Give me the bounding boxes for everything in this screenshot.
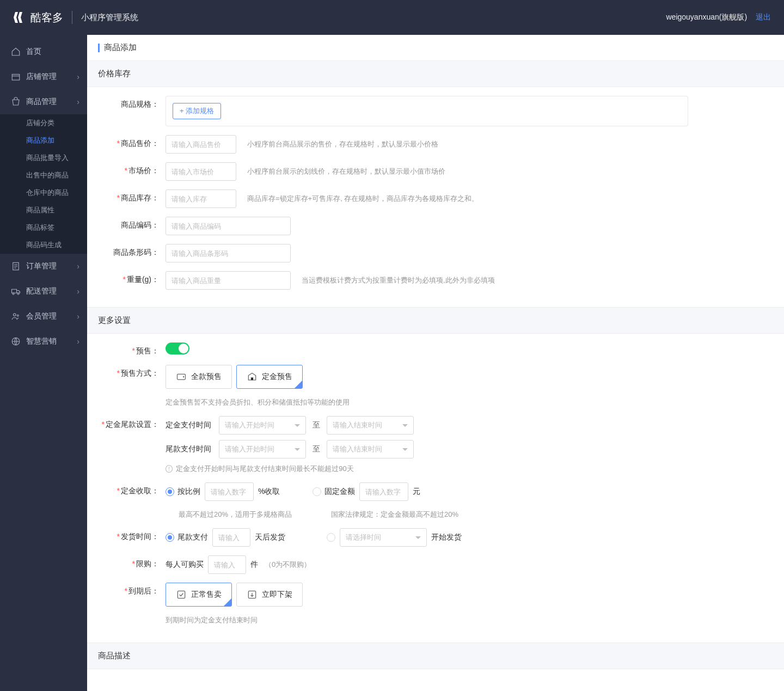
deposit-collect-label: *定金收取： [98,482,166,496]
stock-label: *商品库存： [98,189,166,203]
brand-name: 酷客多 [30,10,63,25]
expire-normal-card[interactable]: 正常售卖 [166,583,232,607]
radio-icon [166,533,174,542]
svg-point-2 [13,293,14,295]
check-square-icon [176,589,187,600]
svg-rect-0 [12,75,20,81]
code-input[interactable] [166,217,291,235]
sidebar-sub-add-goods[interactable]: 商品添加 [0,132,87,149]
market-price-input[interactable] [166,162,236,181]
sidebar-sub-goods: 店铺分类 商品添加 商品批量导入 出售中的商品 仓库中的商品 商品属性 商品标签… [0,114,87,254]
to-separator: 至 [313,444,320,454]
to-separator: 至 [313,420,320,430]
sidebar-item-label: 商品管理 [26,97,57,107]
option-label: 正常售卖 [191,590,222,600]
sidebar-sub-tags[interactable]: 商品标签 [0,219,87,236]
tail-pay-time-label: 尾款支付时间 [166,444,215,454]
logout-link[interactable]: 退出 [756,13,771,21]
barcode-input[interactable] [166,244,291,262]
sidebar-item-delivery[interactable]: 配送管理 › [0,279,87,304]
fixed-input[interactable] [359,482,408,501]
market-price-hint: 小程序前台展示的划线价，存在规格时，默认显示最小值市场价 [247,167,445,176]
limit-buy-label: *限购： [98,555,166,569]
sidebar-item-label: 智慧营销 [26,337,57,346]
chevron-right-icon: › [77,287,79,296]
sidebar-item-shop[interactable]: 店铺管理 › [0,64,87,89]
sidebar-sub-batch-import[interactable]: 商品批量导入 [0,149,87,167]
wallet-icon [176,371,187,382]
sidebar-sub-warehouse[interactable]: 仓库中的商品 [0,184,87,201]
svg-point-3 [17,293,19,295]
sale-price-input[interactable] [166,135,236,154]
radio-icon [166,487,174,496]
tail-setting-label: *定金尾款设置： [98,416,166,430]
stock-input[interactable] [166,189,236,208]
section-desc-body [87,669,784,691]
expire-hint: 到期时间为定金支付结束时间 [166,615,773,625]
svg-point-4 [14,314,16,316]
deposit-end-time-select[interactable]: 请输入结束时间 [327,416,414,435]
sidebar-item-marketing[interactable]: 智慧营销 › [0,329,87,354]
chevron-right-icon: › [77,337,79,346]
sidebar-item-home[interactable]: 首页 [0,39,87,64]
deposit-start-time-select[interactable]: 请输入开始时间 [219,416,306,435]
section-desc-header: 商品描述 [87,643,784,669]
svg-point-7 [183,376,185,378]
sidebar-sub-attrs[interactable]: 商品属性 [0,201,87,219]
sidebar-sub-category[interactable]: 店铺分类 [0,114,87,132]
truck-icon [11,286,21,296]
start-ship-label: 开始发货 [431,533,462,542]
presale-mode-label: *预售方式： [98,365,166,378]
option-label: 全款预售 [191,372,222,382]
tail-start-time-select[interactable]: 请输入开始时间 [219,440,306,458]
globe-icon [11,337,21,346]
section-more-header: 更多设置 [87,307,784,334]
tail-end-time-select[interactable]: 请输入结束时间 [327,440,414,458]
deposit-fixed-radio[interactable]: 固定金额 [313,487,355,497]
chevron-right-icon: › [77,262,79,271]
sidebar-item-goods[interactable]: 商品管理 › [0,89,87,114]
chevron-right-icon: › [77,97,79,106]
logo-icon [13,11,26,24]
presale-mode-deposit-card[interactable]: 定金预售 [236,365,303,389]
radio-icon [313,487,321,496]
deposit-pay-time-label: 定金支付时间 [166,420,215,430]
ship-days-suffix: 天后发货 [255,533,285,542]
add-spec-button[interactable]: + 添加规格 [173,103,221,119]
page-title-text: 商品添加 [104,42,137,53]
ship-at-time-radio[interactable] [327,533,335,542]
page-title: 商品添加 [87,35,784,60]
chevron-right-icon: › [77,312,79,321]
option-label: 定金预售 [262,372,292,382]
radio-icon [327,533,335,542]
presale-switch[interactable] [166,343,189,354]
expire-off-card[interactable]: 立即下架 [236,583,303,607]
app-header: 酷客多 小程序管理系统 weigouyanxuan(旗舰版) 退出 [0,0,784,35]
weight-hint: 当运费模板计费方式为按重量计费时为必填项,此外为非必填项 [302,276,495,285]
sidebar-sub-on-sale[interactable]: 出售中的商品 [0,167,87,184]
member-icon [11,311,21,321]
sale-price-label: *商品售价： [98,135,166,149]
ship-days-input[interactable] [212,528,250,547]
deposit-icon [247,371,258,382]
sidebar-item-member[interactable]: 会员管理 › [0,304,87,329]
weight-input[interactable] [166,271,291,290]
limit-suffix: 件 [250,560,258,570]
presale-mode-full-card[interactable]: 全款预售 [166,365,232,389]
ship-time-select[interactable]: 请选择时间 [340,528,427,547]
sidebar: 首页 店铺管理 › 商品管理 › 店铺分类 商品添加 商品批量导入 出售中的商品… [0,35,87,691]
sidebar-item-order[interactable]: 订单管理 › [0,254,87,279]
fixed-suffix: 元 [413,487,420,497]
fixed-hint: 国家法律规定：定金金额最高不超过20% [331,510,473,519]
ratio-hint: 最高不超过20%，适用于多规格商品 [179,510,298,519]
sidebar-sub-qrcode[interactable]: 商品码生成 [0,236,87,254]
brand-logo: 酷客多 [13,10,63,25]
ratio-input[interactable] [205,482,254,501]
sidebar-item-label: 配送管理 [26,286,57,296]
limit-hint: （0为不限购） [265,560,311,570]
limit-input[interactable] [208,555,246,574]
chevron-right-icon: › [77,72,79,81]
deposit-ratio-radio[interactable]: 按比例 [166,487,200,497]
ship-after-tail-radio[interactable]: 尾款支付 [166,533,208,542]
sidebar-item-label: 订单管理 [26,261,57,271]
